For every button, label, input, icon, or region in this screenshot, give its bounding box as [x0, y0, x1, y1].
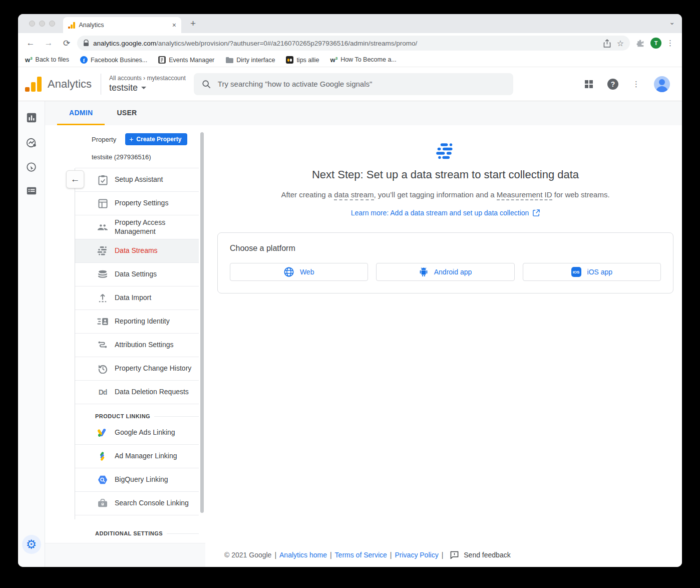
reports-icon[interactable]: [26, 112, 37, 123]
sidebar-item-data-deletion-requests[interactable]: Dd Data Deletion Requests: [75, 381, 199, 404]
browser-menu-icon[interactable]: ⋮: [666, 39, 674, 48]
google-ads-icon: [97, 428, 108, 437]
gear-icon: ⚙: [26, 538, 37, 550]
search-icon: [202, 80, 211, 89]
events-manager-icon: [158, 56, 166, 64]
header-divider: [101, 74, 101, 95]
page-title: Next Step: Set up a data stream to start…: [217, 168, 673, 181]
bookmark-dirty-interface[interactable]: Dirty interface: [225, 57, 275, 64]
advertising-icon[interactable]: [26, 162, 37, 173]
learn-more-link[interactable]: Learn more: Add a data stream and set up…: [351, 209, 540, 217]
folder-icon: [225, 57, 233, 63]
analytics-brand: Analytics: [48, 78, 92, 91]
back-button[interactable]: ←: [25, 38, 36, 48]
sidebar-item-property-change-history[interactable]: Property Change History: [75, 357, 199, 381]
history-icon: [97, 364, 108, 374]
sidebar-item-google-ads-linking[interactable]: Google Ads Linking: [75, 421, 199, 445]
configure-icon[interactable]: [26, 185, 37, 196]
choose-platform-title: Choose a platform: [230, 244, 661, 253]
platform-ios-button[interactable]: iOS iOS app: [523, 263, 661, 281]
zoom-window-button[interactable]: [49, 21, 55, 27]
sidebar-item-reporting-identity[interactable]: Reporting Identity: [75, 310, 199, 334]
user-avatar[interactable]: [654, 76, 670, 92]
help-icon[interactable]: ?: [607, 79, 618, 90]
tab-search-chevron-icon[interactable]: ⌄: [669, 18, 675, 26]
dd-icon: Dd: [97, 388, 108, 396]
sidebar-item-search-console-linking[interactable]: Search Console Linking: [75, 492, 199, 515]
sidebar-item-data-streams[interactable]: Data Streams: [75, 239, 199, 263]
sidebar-item-setup-assistant[interactable]: Setup Assistant: [75, 168, 199, 192]
attribution-icon: [97, 341, 108, 349]
bookmark-star-icon[interactable]: ☆: [617, 39, 624, 48]
bookmarks-bar: w3Back to files fFacebook Busines... Eve…: [18, 53, 682, 67]
tips-allie-icon: [286, 56, 293, 64]
breadcrumb[interactable]: All accounts › mytestaccount: [109, 75, 186, 82]
web-icon: [284, 267, 294, 277]
android-icon: [419, 267, 428, 277]
browser-window: Analytics × + ⌄ ← → ⟳ analytics.google.c…: [18, 14, 682, 567]
platform-android-button[interactable]: Android app: [376, 263, 514, 281]
browser-tab-analytics[interactable]: Analytics ×: [63, 17, 181, 33]
close-window-button[interactable]: [29, 21, 35, 27]
analytics-favicon-icon: [68, 22, 75, 29]
product-linking-header: PRODUCT LINKING: [75, 413, 199, 419]
search-input[interactable]: Try searching "how to activate Google si…: [194, 73, 513, 95]
setup-assistant-icon: [97, 175, 108, 185]
bigquery-icon: [97, 475, 108, 485]
database-icon: [97, 270, 108, 279]
terms-of-service-link[interactable]: Terms of Service: [335, 551, 387, 559]
tab-admin[interactable]: ADMIN: [57, 109, 105, 125]
privacy-policy-link[interactable]: Privacy Policy: [395, 551, 439, 559]
admin-gear-button[interactable]: ⚙: [22, 535, 41, 554]
create-property-button[interactable]: +Create Property: [125, 133, 187, 145]
sidebar-item-data-settings[interactable]: Data Settings: [75, 263, 199, 286]
external-link-icon: [533, 209, 540, 216]
plus-icon: +: [129, 135, 133, 143]
sidebar-item-data-import[interactable]: Data Import: [75, 286, 199, 310]
ad-manager-icon: [97, 452, 108, 461]
property-settings-icon: [97, 199, 108, 208]
minimize-window-button[interactable]: [39, 21, 45, 27]
sidebar-item-attribution-settings[interactable]: Attribution Settings: [75, 334, 199, 357]
chevron-down-icon: [141, 87, 146, 89]
bookmark-tips-allie[interactable]: tips allie: [286, 56, 319, 64]
property-selector[interactable]: testsite: [109, 83, 186, 93]
bookmark-events-manager[interactable]: Events Manager: [158, 56, 214, 64]
bookmark-back-to-files[interactable]: w3Back to files: [25, 56, 69, 64]
reload-button[interactable]: ⟳: [61, 38, 72, 49]
bookmark-how-to-become[interactable]: w3How To Become a...: [330, 56, 397, 64]
window-controls[interactable]: [29, 21, 55, 27]
sidebar-item-bigquery-linking[interactable]: BigQuery Linking: [75, 468, 199, 492]
url-bar[interactable]: analytics.google.com/analytics/web/provi…: [77, 36, 630, 51]
main-content: Next Step: Set up a data stream to start…: [205, 125, 682, 567]
close-tab-icon[interactable]: ×: [172, 21, 176, 29]
tab-user[interactable]: USER: [105, 109, 149, 125]
w3-icon: w3: [330, 56, 338, 64]
footer: © 2021 Google | Analytics home | Terms o…: [224, 551, 682, 559]
sidebar-scrollbar[interactable]: [200, 132, 204, 513]
sidebar-item-property-access-management[interactable]: Property Access Management: [75, 215, 199, 239]
browser-profile-avatar[interactable]: T: [650, 38, 661, 49]
platform-web-button[interactable]: Web: [230, 263, 368, 281]
bookmark-facebook-business[interactable]: fFacebook Busines...: [80, 56, 147, 64]
upload-icon: [97, 293, 108, 303]
analytics-logo-icon[interactable]: [25, 77, 42, 92]
explore-icon[interactable]: [26, 137, 37, 148]
forward-button[interactable]: →: [43, 38, 54, 48]
property-sidebar: ← Property +Create Property testsite (29…: [45, 125, 205, 567]
identity-icon: [97, 318, 108, 326]
settings-menu-icon[interactable]: ⋮: [632, 80, 640, 89]
collapse-sidebar-button[interactable]: ←: [66, 170, 84, 188]
sidebar-item-ad-manager-linking[interactable]: Ad Manager Linking: [75, 445, 199, 468]
sidebar-item-property-settings[interactable]: Property Settings: [75, 192, 199, 215]
send-feedback-link[interactable]: Send feedback: [464, 551, 510, 559]
share-icon[interactable]: [603, 39, 611, 48]
new-tab-button[interactable]: +: [190, 18, 196, 29]
extensions-puzzle-icon[interactable]: [636, 39, 644, 48]
apps-grid-icon[interactable]: [584, 80, 593, 89]
nav-rail: ⚙: [18, 101, 45, 567]
search-console-icon: [97, 499, 108, 508]
additional-settings-header: ADDITIONAL SETTINGS: [75, 530, 199, 536]
analytics-home-link[interactable]: Analytics home: [279, 551, 327, 559]
selected-property-id[interactable]: testsite (297936516): [75, 153, 199, 168]
